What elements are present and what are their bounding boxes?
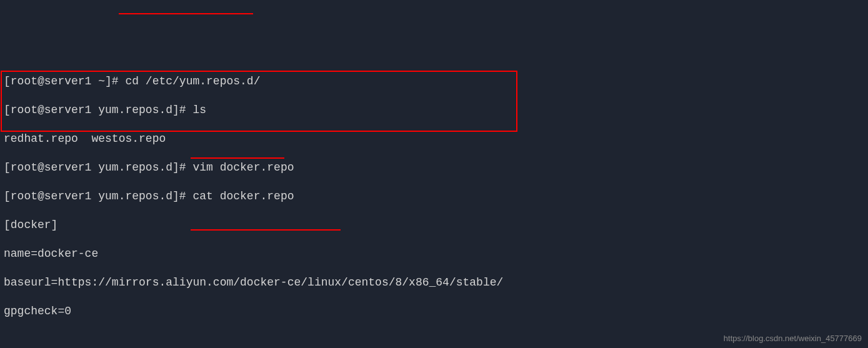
highlight-underline [119, 13, 253, 14]
command-ls: ls [192, 104, 206, 116]
shell-prompt: [root@server1 ~]# [4, 75, 125, 87]
shell-prompt: [root@server1 yum.repos.d]# [4, 104, 192, 116]
command-vim: vim docker.repo [192, 161, 294, 174]
ls-output: redhat.repo westos.repo [4, 132, 864, 146]
repo-baseurl: baseurl=https://mirrors.aliyun.com/docke… [4, 276, 864, 290]
prompt-line: [root@server1 yum.repos.d]# ls [4, 103, 864, 117]
watermark-text: https://blog.csdn.net/weixin_45777669 [724, 331, 862, 346]
terminal-output: [root@server1 ~]# cd /etc/yum.repos.d/ [… [4, 60, 864, 348]
repo-gpgcheck: gpgcheck=0 [4, 304, 864, 319]
shell-prompt: [root@server1 yum.repos.d]# [4, 161, 192, 174]
shell-prompt: [root@server1 yum.repos.d]# [4, 190, 192, 202]
prompt-line: [root@server1 yum.repos.d]# vim docker.r… [4, 161, 864, 175]
prompt-line: [root@server1 yum.repos.d]# cat docker.r… [4, 189, 864, 204]
repo-section: [docker] [4, 218, 864, 232]
highlight-underline [191, 157, 284, 159]
command-cat: cat docker.repo [192, 190, 294, 202]
highlight-underline [191, 229, 341, 231]
command-cd: cd /etc/yum.repos.d/ [125, 75, 260, 87]
repo-name: name=docker-ce [4, 247, 864, 261]
prompt-line: [root@server1 ~]# cd /etc/yum.repos.d/ [4, 74, 864, 89]
